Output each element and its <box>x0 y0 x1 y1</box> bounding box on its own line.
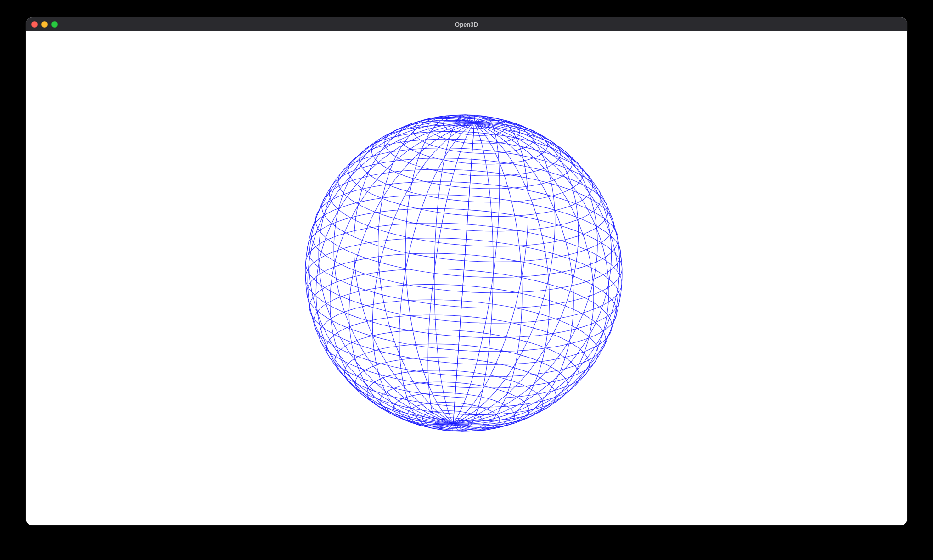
viewport-3d[interactable] <box>26 31 907 525</box>
traffic-lights <box>26 17 58 31</box>
wireframe-sphere <box>26 31 907 525</box>
titlebar[interactable]: Open3D <box>26 17 907 31</box>
maximize-icon[interactable] <box>51 21 58 28</box>
window-title: Open3D <box>26 21 907 28</box>
close-icon[interactable] <box>31 21 38 28</box>
app-window: Open3D <box>26 17 907 525</box>
minimize-icon[interactable] <box>41 21 48 28</box>
